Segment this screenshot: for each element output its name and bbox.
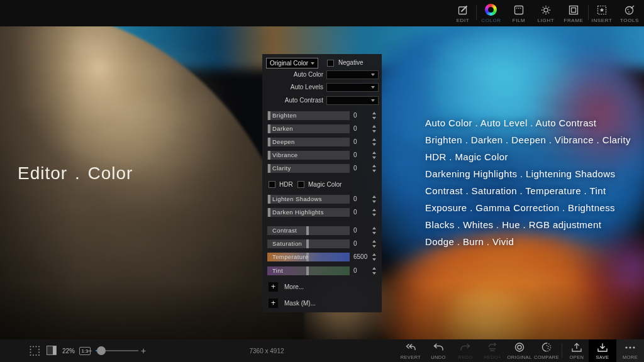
slider-label: Contrast [272, 226, 297, 235]
redo-all-icon [486, 342, 499, 353]
auto-contrast-dropdown[interactable] [326, 96, 379, 105]
tab-tools-label: TOOLS [615, 18, 644, 23]
slider-handle[interactable] [306, 266, 309, 275]
slider-handle[interactable] [268, 208, 270, 217]
slider-value: 0 [353, 138, 372, 146]
magic-color-checkbox[interactable] [297, 181, 304, 188]
more-button-label[interactable]: More... [284, 282, 304, 292]
slider-handle[interactable] [268, 124, 270, 133]
slider-deepen-track[interactable]: Deepen [267, 138, 350, 146]
slider-darken-highlights-track[interactable]: Darken Highlights [267, 208, 350, 217]
value-stepper[interactable] [372, 195, 377, 203]
slider-value: 0 [353, 266, 372, 275]
tab-color[interactable]: COLOR [477, 3, 506, 25]
feature-line: Brighten . Darken . Deepen . Vibrance . … [425, 131, 633, 148]
revert-button[interactable]: REVERT [398, 339, 423, 362]
slider-tint-track[interactable]: Tint [267, 266, 350, 275]
slider-value: 0 [353, 164, 372, 173]
mask-button[interactable]: + [269, 299, 278, 308]
value-stepper[interactable] [372, 125, 377, 133]
preset-dropdown[interactable]: Original Color [266, 58, 318, 69]
tab-edit[interactable]: EDIT [448, 3, 477, 25]
auto-levels-dropdown[interactable] [326, 83, 379, 92]
auto-color-dropdown[interactable] [326, 70, 379, 79]
compare-button[interactable]: COMPARE [534, 339, 559, 362]
slider-brighten-track[interactable]: Brighten [267, 111, 350, 120]
slider-label: Deepen [272, 138, 295, 146]
negative-checkbox[interactable] [327, 60, 334, 67]
value-stepper[interactable] [372, 138, 377, 146]
grid-background-icon[interactable] [29, 345, 40, 359]
zoom-slider-handle[interactable] [97, 346, 106, 355]
mask-button-label[interactable]: Mask (M)... [284, 299, 316, 308]
feature-line: Exposure . Gamma Correction . Brightness [425, 199, 633, 216]
undo-icon [431, 342, 445, 353]
compare-label: COMPARE [531, 354, 562, 360]
open-button[interactable]: OPEN [564, 339, 589, 362]
value-stepper[interactable] [372, 112, 377, 119]
bottom-more-button[interactable]: MORE [618, 339, 643, 362]
value-stepper[interactable] [372, 240, 377, 248]
slider-value: 0 [353, 226, 372, 235]
canvas-backdrop-toggle-icon[interactable] [47, 346, 57, 358]
tab-insert[interactable]: INSERT [587, 3, 616, 25]
tab-color-label: COLOR [477, 18, 506, 23]
slider-handle[interactable] [268, 164, 270, 173]
auto-levels-label: Auto Levels [262, 83, 323, 92]
undo-button[interactable]: UNDO [426, 339, 451, 362]
tab-light[interactable]: LIGHT [531, 3, 560, 25]
image-dimensions: 7360 x 4912 [231, 348, 302, 354]
slider-value: 0 [353, 111, 372, 120]
hdr-label: HDR [279, 181, 293, 188]
slider-vibrance-track[interactable]: Vibrance [267, 151, 350, 160]
slider-clarity-track[interactable]: Clarity [267, 164, 350, 173]
tab-tools[interactable]: TOOLS [615, 3, 644, 25]
value-stepper[interactable] [372, 209, 377, 216]
tab-frame-label: FRAME [559, 18, 588, 23]
redo-icon [458, 342, 472, 353]
slider-handle[interactable] [306, 239, 309, 248]
slider-handle[interactable] [268, 138, 270, 146]
top-toolbar: EDIT COLOR FILM [0, 0, 644, 26]
slider-darken-track[interactable]: Darken [267, 124, 350, 133]
save-button[interactable]: SAVE [590, 339, 615, 362]
value-stepper[interactable] [372, 165, 377, 172]
save-icon [596, 342, 609, 353]
slider-contrast-track[interactable]: Contrast [267, 226, 350, 235]
value-stepper[interactable] [372, 267, 377, 275]
feature-list-text: Auto Color . Auto Level . Auto Contrast … [425, 114, 633, 250]
slider-saturation-track[interactable]: Saturation [267, 239, 350, 248]
redo-button[interactable]: REDO [453, 339, 478, 362]
tab-frame[interactable]: FRAME [559, 3, 588, 25]
zoom-in-button[interactable]: + [141, 346, 146, 356]
auto-color-label: Auto Color [262, 70, 323, 79]
value-stepper[interactable] [372, 253, 377, 261]
slider-handle[interactable] [268, 151, 270, 160]
hdr-checkbox[interactable] [269, 181, 275, 188]
value-stepper[interactable] [372, 151, 377, 159]
slider-temperature-track[interactable]: Temperature [267, 253, 350, 261]
slider-handle[interactable] [268, 195, 270, 204]
slider-label: Saturation [272, 239, 302, 248]
feature-line: Dodge . Burn . Vivid [425, 233, 633, 250]
slider-darken: Darken 0 [262, 124, 382, 133]
more-button[interactable]: + [269, 282, 278, 292]
slider-lighten-shadows-track[interactable]: Lighten Shadows [267, 195, 350, 204]
slider-vibrance: Vibrance 0 [262, 151, 382, 160]
redo-all-button[interactable]: REDO+ [480, 339, 505, 362]
insert-icon [596, 4, 608, 16]
original-button[interactable]: ORIGINAL [507, 339, 532, 362]
slider-label: Lighten Shadows [272, 195, 322, 204]
slider-deepen: Deepen 0 [262, 138, 382, 146]
slider-value: 0 [353, 239, 372, 248]
chevron-down-icon [371, 86, 375, 89]
revert-label: REVERT [396, 354, 426, 360]
slider-handle[interactable] [268, 111, 270, 120]
tab-film[interactable]: FILM [504, 3, 533, 25]
value-stepper[interactable] [372, 227, 377, 234]
slider-brighten: Brighten 0 [262, 111, 382, 120]
frame-icon [567, 4, 580, 16]
slider-label: Brighten [272, 111, 297, 120]
zoom-out-button[interactable]: − [87, 346, 92, 356]
slider-handle[interactable] [306, 226, 309, 235]
